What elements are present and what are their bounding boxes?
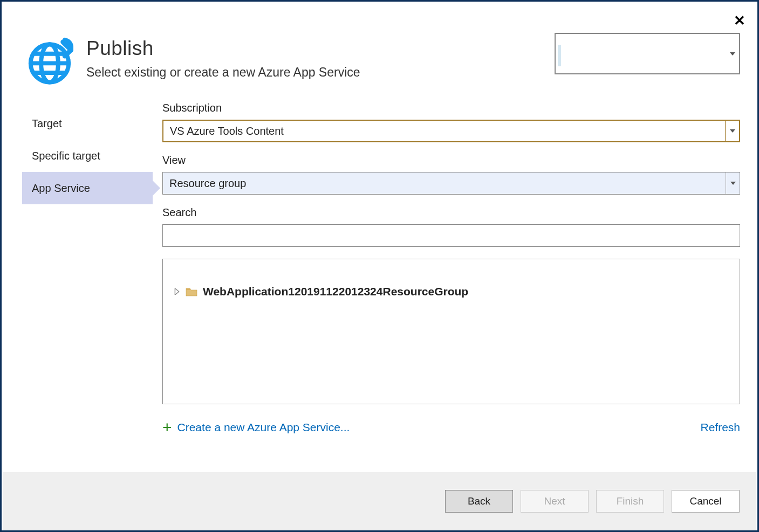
back-button[interactable]: Back bbox=[445, 490, 513, 513]
subscription-dropdown[interactable]: VS Azure Tools Content bbox=[162, 120, 740, 142]
account-indicator bbox=[558, 45, 561, 66]
chevron-down-icon bbox=[726, 172, 740, 194]
view-value: Resource group bbox=[163, 177, 726, 190]
plus-icon: + bbox=[162, 419, 172, 436]
refresh-link[interactable]: Refresh bbox=[700, 421, 740, 434]
refresh-link-label: Refresh bbox=[700, 421, 740, 433]
create-link-label: Create a new Azure App Service... bbox=[177, 421, 350, 434]
search-input[interactable] bbox=[162, 224, 740, 247]
tree-item[interactable]: WebApplication120191122012324ResourceGro… bbox=[174, 285, 729, 298]
search-label: Search bbox=[162, 206, 740, 219]
chevron-down-icon bbox=[726, 34, 739, 73]
sidebar-item-label: App Service bbox=[32, 182, 90, 195]
folder-icon bbox=[186, 287, 197, 296]
wizard-steps-sidebar: Target Specific target App Service bbox=[2, 102, 153, 436]
tree-item-label: WebApplication120191122012324ResourceGro… bbox=[203, 285, 468, 298]
resource-tree[interactable]: WebApplication120191122012324ResourceGro… bbox=[162, 259, 740, 404]
view-dropdown[interactable]: Resource group bbox=[162, 172, 740, 195]
sidebar-item-label: Specific target bbox=[32, 150, 100, 162]
subscription-value: VS Azure Tools Content bbox=[163, 125, 725, 137]
dialog-title: Publish bbox=[86, 37, 360, 60]
next-button: Next bbox=[521, 490, 589, 513]
sidebar-item-label: Target bbox=[32, 118, 62, 130]
sidebar-item-target[interactable]: Target bbox=[22, 107, 153, 140]
dialog-subtitle: Select existing or create a new Azure Ap… bbox=[86, 65, 360, 80]
sidebar-item-specific-target[interactable]: Specific target bbox=[22, 140, 153, 172]
dialog-footer: Back Next Finish Cancel bbox=[3, 472, 756, 530]
subscription-label: Subscription bbox=[162, 102, 740, 114]
chevron-down-icon bbox=[725, 121, 739, 141]
globe-publish-icon bbox=[26, 37, 73, 85]
sidebar-item-app-service[interactable]: App Service bbox=[22, 172, 153, 204]
view-label: View bbox=[162, 154, 740, 167]
cancel-button[interactable]: Cancel bbox=[672, 490, 740, 513]
create-app-service-link[interactable]: + Create a new Azure App Service... bbox=[162, 419, 350, 436]
finish-button: Finish bbox=[596, 490, 664, 513]
account-dropdown[interactable] bbox=[555, 33, 740, 74]
expand-icon[interactable] bbox=[174, 288, 180, 295]
